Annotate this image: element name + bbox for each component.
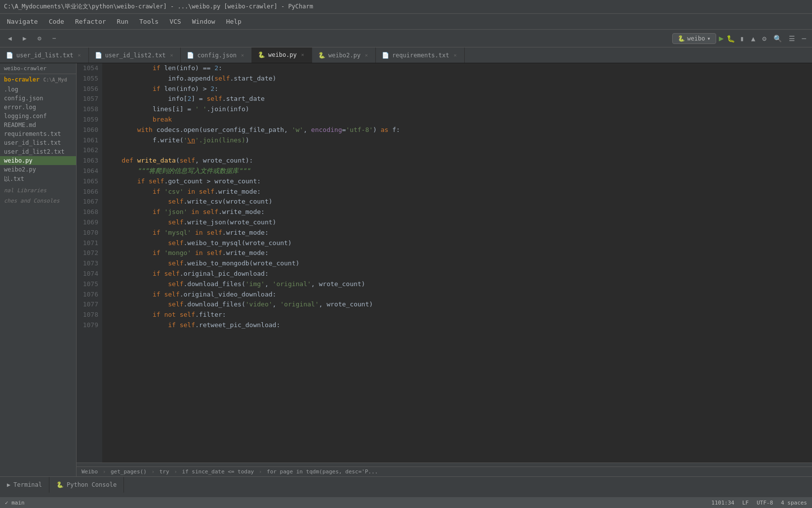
tab-close[interactable]: ✕ <box>300 51 306 58</box>
minimize2-button[interactable]: ─ <box>800 33 808 44</box>
tab-icon: 🐍 <box>318 52 325 59</box>
run-button[interactable]: ▶ <box>719 34 724 43</box>
bottom-panel: ▶ Terminal 🐍 Python Console <box>0 476 812 497</box>
status-right: 1101:34 LF UTF-8 4 spaces <box>711 500 807 506</box>
sidebar-item-useridlist[interactable]: user_id_list.txt <box>0 138 76 147</box>
line-ending[interactable]: LF <box>742 500 749 506</box>
toolbar: ◀ ▶ ⚙ − 🐍 weibo ▾ ▶ 🐛 ▮ ▲ ⚙ 🔍 ☰ ─ <box>0 30 812 47</box>
menu-code[interactable]: Code <box>44 16 69 27</box>
sidebar-section-consoles: ches and Consoles <box>0 195 76 205</box>
tab-user-id-list2[interactable]: 📄 user_id_list2.txt ✕ <box>89 47 181 63</box>
horizontal-scrollbar[interactable] <box>77 463 812 466</box>
sidebar-item-config[interactable]: config.json <box>0 94 76 103</box>
tab-close[interactable]: ✕ <box>364 52 369 58</box>
tab-close[interactable]: ✕ <box>240 52 245 58</box>
settings-button[interactable]: ⚙ <box>34 33 45 44</box>
menu-window[interactable]: Window <box>187 16 220 27</box>
sidebar-item-weibo2[interactable]: weibo2.py <box>0 165 76 174</box>
minimize-button[interactable]: − <box>48 33 60 44</box>
tab-user-id-list[interactable]: 📄 user_id_list.txt ✕ <box>0 47 89 63</box>
bc-weibo[interactable]: Weibo <box>81 468 98 475</box>
tab-close[interactable]: ✕ <box>168 52 174 58</box>
tab-config-json[interactable]: 📄 config.json ✕ <box>181 47 252 63</box>
code-line-1060: with codecs.open(user_config_file_path, … <box>106 125 808 135</box>
terminal-label: Terminal <box>13 481 42 488</box>
bc-sep-1: › <box>103 468 106 475</box>
menu-tools[interactable]: Tools <box>134 16 163 27</box>
menu-run[interactable]: Run <box>112 16 133 27</box>
tab-label: requirements.txt <box>392 52 449 59</box>
main-area: weibo-crawler bo-crawler C:\A_Myd .log c… <box>0 63 812 476</box>
bottom-tabs: ▶ Terminal 🐍 Python Console <box>0 477 812 493</box>
sidebar-section-libraries: nal Libraries <box>0 184 76 195</box>
sidebar-item-useridlist2[interactable]: user_id_list2.txt <box>0 147 76 156</box>
code-line-1063: def write_data(self, wrote_count): <box>106 156 808 166</box>
code-line-1076: if self.original_video_download: <box>106 290 808 300</box>
python-console-icon: 🐍 <box>56 481 64 488</box>
sidebar-header: weibo-crawler <box>0 63 76 74</box>
debug-button[interactable]: 🐛 <box>727 35 735 42</box>
tab-label: weibo.py <box>268 51 297 58</box>
toolbar-right: 🐍 weibo ▾ ▶ 🐛 ▮ ▲ ⚙ 🔍 ☰ ─ <box>672 33 808 44</box>
run-config-selector[interactable]: 🐍 weibo ▾ <box>672 33 716 44</box>
tab-close[interactable]: ✕ <box>77 52 82 58</box>
tab-weibo2-py[interactable]: 🐍 weibo2.py ✕ <box>312 47 376 63</box>
tab-icon: 📄 <box>6 52 13 59</box>
code-area: 1054 1055 1056 1057 1058 1059 1060 1061 … <box>77 63 812 476</box>
sidebar-item-readme[interactable]: README.md <box>0 121 76 129</box>
cursor-position: 1101:34 <box>711 500 734 506</box>
tab-close[interactable]: ✕ <box>452 52 458 58</box>
code-line-1066: if 'csv' in self.write_mode: <box>106 187 808 197</box>
git-branch: ✓ main <box>5 500 25 506</box>
profile-button[interactable]: ▲ <box>749 33 757 44</box>
code-line-1077: self.download_files('video', 'original',… <box>106 299 808 310</box>
sidebar-item-loggingconf[interactable]: logging.conf <box>0 112 76 121</box>
status-bar: ✓ main 1101:34 LF UTF-8 4 spaces <box>0 497 812 508</box>
tab-label: config.json <box>197 52 236 59</box>
back-button[interactable]: ◀ <box>4 33 16 44</box>
search-button[interactable]: 🔍 <box>771 33 784 44</box>
bc-sep-3: › <box>174 468 177 475</box>
sidebar-item-log[interactable]: .log <box>0 85 76 94</box>
code-line-1071: self.weibo_to_mysql(wrote_count) <box>106 238 808 249</box>
sidebar-item-weibo[interactable]: weibo.py <box>0 156 76 165</box>
bc-if-since[interactable]: if since_date <= today <box>182 468 254 475</box>
encoding[interactable]: UTF-8 <box>757 500 773 506</box>
bc-get-pages[interactable]: get_pages() <box>111 468 147 475</box>
bc-for-page[interactable]: for page in tqdm(pages, desc='P... <box>267 468 378 475</box>
sidebar-item-errorlog[interactable]: error.log <box>0 103 76 112</box>
tab-weibo-py[interactable]: 🐍 weibo.py ✕ <box>252 47 312 63</box>
code-line-1056: if len(info) > 2: <box>106 84 808 94</box>
tab-icon: 📄 <box>382 52 389 59</box>
tab-python-console[interactable]: 🐍 Python Console <box>49 477 124 493</box>
more-button[interactable]: ☰ <box>787 33 797 44</box>
tab-terminal[interactable]: ▶ Terminal <box>0 477 49 493</box>
sidebar: weibo-crawler bo-crawler C:\A_Myd .log c… <box>0 63 77 476</box>
sidebar-item-txt[interactable]: 以.txt <box>0 174 76 184</box>
tab-icon: 📄 <box>95 52 102 59</box>
sidebar-item-requirements[interactable]: requirements.txt <box>0 129 76 138</box>
tab-label: user_id_list2.txt <box>105 52 166 59</box>
tab-label: user_id_list.txt <box>16 52 74 59</box>
tab-icon: 🐍 <box>258 51 265 58</box>
indent[interactable]: 4 spaces <box>781 500 807 506</box>
code-line-1054: if len(info) == 2: <box>106 63 808 74</box>
settings2-button[interactable]: ⚙ <box>760 33 768 44</box>
run-config-icon: 🐍 <box>678 35 685 42</box>
menu-navigate[interactable]: Navigate <box>2 16 43 27</box>
run-config-label: weibo <box>687 35 705 42</box>
coverage-button[interactable]: ▮ <box>738 33 746 44</box>
code-line-1074: if self.original_pic_download: <box>106 269 808 279</box>
code-line-1068: if 'json' in self.write_mode: <box>106 207 808 217</box>
code-content[interactable]: if len(info) == 2: info.append(self.star… <box>102 63 812 463</box>
menu-refactor[interactable]: Refactor <box>70 16 111 27</box>
code-line-1072: if 'mongo' in self.write_mode: <box>106 248 808 258</box>
menu-help[interactable]: Help <box>221 16 246 27</box>
code-line-1061: f.write('\n'.join(lines)) <box>106 135 808 146</box>
bc-try[interactable]: try <box>160 468 169 475</box>
forward-button[interactable]: ▶ <box>19 33 31 44</box>
menu-vcs[interactable]: VCS <box>164 16 186 27</box>
code-editor[interactable]: 1054 1055 1056 1057 1058 1059 1060 1061 … <box>77 63 812 463</box>
python-console-label: Python Console <box>67 481 117 488</box>
tab-requirements[interactable]: 📄 requirements.txt ✕ <box>376 47 465 63</box>
